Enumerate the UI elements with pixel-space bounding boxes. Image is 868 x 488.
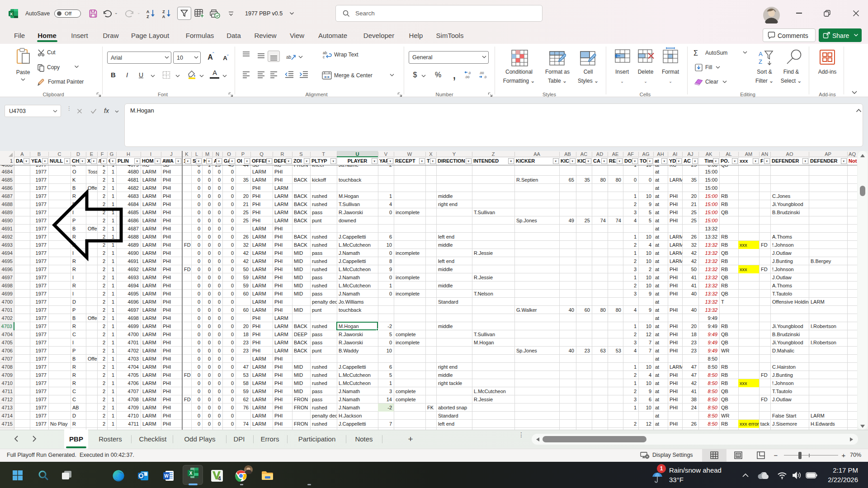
svg-text:ab: ab xyxy=(286,55,292,60)
svg-text:X: X xyxy=(189,471,193,476)
svg-text:Z: Z xyxy=(162,9,165,14)
svg-text:A: A xyxy=(759,51,763,57)
svg-text:Z: Z xyxy=(146,14,149,19)
svg-text:X: X xyxy=(10,11,13,16)
svg-text:Z: Z xyxy=(759,58,762,65)
svg-text:c: c xyxy=(323,55,325,59)
svg-text:.00: .00 xyxy=(465,75,469,79)
svg-text:A: A xyxy=(146,9,150,14)
svg-text:4: 4 xyxy=(217,475,221,482)
svg-text:W: W xyxy=(164,474,169,479)
svg-text:A: A xyxy=(162,14,165,19)
svg-text:.0: .0 xyxy=(484,75,486,79)
svg-text:.00: .00 xyxy=(479,71,484,75)
